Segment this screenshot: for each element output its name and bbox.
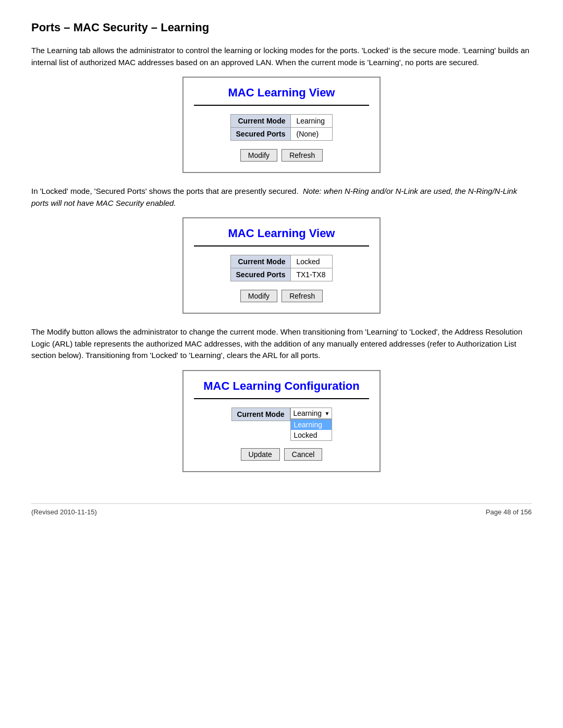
- config-cancel-button[interactable]: Cancel: [284, 448, 323, 461]
- view1-title: MAC Learning View: [194, 86, 369, 106]
- table-row: Current Mode Locked: [230, 255, 333, 268]
- view1-table: Current Mode Learning Secured Ports (Non…: [230, 114, 333, 141]
- config-title: MAC Learning Configuration: [194, 379, 369, 399]
- config-dropdown-container: Learning ▼ Learning Locked: [290, 408, 332, 419]
- paragraph-1: The Learning tab allows the administrato…: [31, 45, 532, 68]
- view2-refresh-button[interactable]: Refresh: [282, 290, 323, 302]
- paragraph-2: In 'Locked' mode, 'Secured Ports' shows …: [31, 186, 532, 209]
- paragraph-2-text: In 'Locked' mode, 'Secured Ports' shows …: [31, 187, 299, 195]
- dropdown-option-learning[interactable]: Learning: [291, 419, 332, 430]
- table-row: Secured Ports (None): [230, 128, 333, 141]
- footer-page: Page 48 of 156: [486, 508, 532, 516]
- mac-learning-view-1: MAC Learning View Current Mode Learning …: [182, 77, 381, 173]
- view2-modify-button[interactable]: Modify: [240, 290, 277, 302]
- mac-learning-config: MAC Learning Configuration Current Mode …: [182, 370, 381, 472]
- view1-secured-ports-label: Secured Ports: [230, 128, 291, 141]
- view1-refresh-button[interactable]: Refresh: [282, 149, 323, 162]
- table-row: Secured Ports TX1-TX8: [230, 268, 333, 281]
- view1-current-mode-label: Current Mode: [230, 115, 291, 128]
- footer-revised: (Revised 2010-11-15): [31, 508, 97, 516]
- mac-learning-view-2: MAC Learning View Current Mode Locked Se…: [182, 217, 381, 314]
- config-update-button[interactable]: Update: [241, 448, 280, 461]
- view1-button-row: Modify Refresh: [194, 149, 369, 162]
- config-select-wrap: Learning ▼: [290, 408, 332, 419]
- footer: (Revised 2010-11-15) Page 48 of 156: [31, 503, 532, 516]
- table-row: Current Mode Learning: [230, 115, 333, 128]
- view2-title: MAC Learning View: [194, 227, 369, 246]
- config-dropdown-list: Learning Locked: [290, 419, 332, 441]
- config-button-row: Update Cancel: [194, 448, 369, 461]
- view1-current-mode-value: Learning: [291, 115, 333, 128]
- view1-modify-button[interactable]: Modify: [240, 149, 277, 162]
- view2-secured-ports-label: Secured Ports: [230, 268, 291, 281]
- view2-secured-ports-value: TX1-TX8: [291, 268, 333, 281]
- view1-secured-ports-value: (None): [291, 128, 333, 141]
- page-title: Ports – MAC Security – Learning: [31, 21, 532, 34]
- dropdown-option-locked[interactable]: Locked: [291, 430, 332, 440]
- config-mode-row: Current Mode Learning ▼ Learning Locked: [194, 408, 369, 421]
- view2-current-mode-label: Current Mode: [230, 255, 291, 268]
- view2-current-mode-value: Locked: [291, 255, 333, 268]
- config-current-mode-label: Current Mode: [231, 408, 290, 421]
- view2-button-row: Modify Refresh: [194, 290, 369, 302]
- config-select-display[interactable]: Learning: [290, 408, 332, 419]
- paragraph-3: The Modify button allows the administrat…: [31, 326, 532, 362]
- view2-table: Current Mode Locked Secured Ports TX1-TX…: [230, 255, 333, 281]
